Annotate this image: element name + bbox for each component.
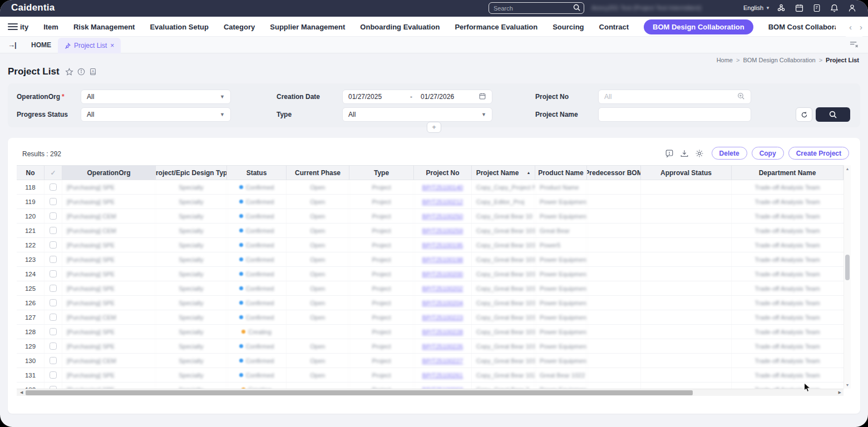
close-tab-icon[interactable]: × [110, 42, 114, 49]
language-selector[interactable]: English▼ [743, 4, 770, 11]
tab-project-list[interactable]: Project List × [58, 38, 121, 53]
row-checkbox[interactable] [50, 227, 57, 234]
favorite-star-icon[interactable] [65, 68, 73, 76]
project-no-link[interactable]: BP/T25100200 [422, 271, 463, 277]
horizontal-scrollbar[interactable]: ◀ ▶ [17, 389, 844, 396]
row-checkbox[interactable] [50, 198, 57, 205]
col-no[interactable]: No [17, 166, 45, 180]
table-row[interactable]: 128 [Purchasing] SPE Specialty Creating … [17, 325, 844, 339]
nav-item-category[interactable]: Category [224, 23, 255, 31]
table-row[interactable]: 132 [Purchasing] SPE Specialty Creating … [17, 383, 844, 389]
vertical-scrollbar[interactable]: ▲ ▼ [844, 165, 851, 389]
nav-scroll-left-icon[interactable]: ‹ [849, 22, 852, 32]
project-no-link[interactable]: BP/T25100250 [422, 213, 463, 220]
col-project-no[interactable]: Project No [414, 166, 472, 180]
row-checkbox[interactable] [50, 256, 57, 263]
search-button[interactable] [816, 107, 850, 122]
nav-item-item[interactable]: Item [43, 23, 58, 31]
delete-button[interactable]: Delete [712, 147, 747, 160]
project-no-link[interactable]: BP/T25100261 [422, 372, 463, 379]
row-checkbox[interactable] [50, 357, 57, 364]
scroll-up-icon[interactable]: ▲ [844, 167, 851, 171]
collapse-panel-icon[interactable]: →| [8, 41, 16, 49]
nav-item-supplier-management[interactable]: Supplier Management [270, 23, 345, 31]
project-no-link[interactable]: BP/T25100259 [422, 227, 463, 234]
project-name-field[interactable] [598, 107, 751, 122]
project-no-link[interactable]: BP/T25100204 [422, 300, 463, 306]
col-project-name[interactable]: Project Name▲ [472, 166, 535, 180]
creation-date-range[interactable]: 01/27/2025 - 01/27/2026 [342, 90, 492, 104]
reset-filters-button[interactable] [796, 107, 812, 122]
project-no-link[interactable]: BP/T25100195 [422, 242, 463, 249]
project-no-link[interactable]: BP/T25100202 [422, 285, 463, 292]
nav-item-evaluation-setup[interactable]: Evaluation Setup [150, 23, 208, 31]
table-row[interactable]: 120 [Purchasing] CEM Specialty Confirmed… [17, 209, 844, 224]
project-no-link[interactable]: BP/T25100226 [422, 343, 463, 350]
project-no-link[interactable]: BP/T25100223 [422, 314, 463, 321]
progress-status-select[interactable]: All▼ [81, 107, 231, 122]
project-no-link[interactable]: BP/T25100198 [422, 256, 463, 263]
close-all-tabs-icon[interactable] [849, 40, 859, 49]
tab-home[interactable]: HOME [31, 37, 51, 53]
table-row[interactable]: 127 [Purchasing] CEM Specialty Confirmed… [17, 310, 844, 325]
vertical-scroll-thumb[interactable] [845, 255, 850, 280]
calendar-icon[interactable] [795, 3, 804, 13]
row-checkbox[interactable] [50, 371, 57, 379]
col-design-type[interactable]: Project/Epic Design Type [156, 166, 227, 180]
nav-item-bom-cost-collaboration[interactable]: BOM Cost Collaboration [768, 23, 836, 31]
row-checkbox[interactable] [50, 342, 57, 350]
table-row[interactable]: 125 [Purchasing] SPE Specialty Confirmed… [17, 281, 844, 296]
search-icon[interactable] [573, 3, 580, 13]
project-no-field[interactable] [598, 90, 751, 104]
table-row[interactable]: 122 [Purchasing] SPE Specialty Confirmed… [17, 238, 844, 252]
col-type[interactable]: Type [349, 166, 414, 180]
col-department-name[interactable]: Department Name [732, 166, 844, 180]
row-checkbox[interactable] [50, 328, 57, 335]
row-checkbox[interactable] [50, 299, 57, 306]
col-predecessor-bom[interactable]: Predecessor BOM [587, 166, 641, 180]
nav-item-contract[interactable]: Contract [599, 23, 629, 31]
global-search[interactable] [489, 2, 584, 14]
table-row[interactable]: 119 [Purchasing] SPE Specialty Confirmed… [17, 195, 844, 209]
type-select[interactable]: All▼ [342, 107, 492, 122]
org-network-icon[interactable] [776, 3, 786, 13]
col-approval-status[interactable]: Approval Status [641, 166, 732, 180]
table-row[interactable]: 123 [Purchasing] SPE Specialty Confirmed… [17, 252, 844, 267]
col-select[interactable]: ✓ [45, 166, 62, 180]
info-icon[interactable] [77, 68, 85, 76]
col-product-name[interactable]: Product Name [535, 166, 587, 180]
table-row[interactable]: 131 [Purchasing] SPE Specialty Confirmed… [17, 368, 844, 383]
col-operation-org[interactable]: OperationOrg [62, 166, 156, 180]
nav-item-performance-evaluation[interactable]: Performance Evaluation [455, 23, 537, 31]
table-row[interactable]: 118 [Purchasing] SPE Specialty Confirmed… [17, 180, 844, 195]
project-no-link[interactable]: BP/T25100140 [422, 184, 463, 191]
table-row[interactable]: 121 [Purchasing] CEM Specialty Confirmed… [17, 224, 844, 238]
project-no-link[interactable]: BP/T25100227 [422, 358, 463, 364]
table-row[interactable]: 126 [Purchasing] SPE Specialty Confirmed… [17, 296, 844, 310]
breadcrumb-module[interactable]: BOM Design Collaboration [743, 57, 815, 63]
table-row[interactable]: 130 [Purchasing] CEM Specialty Confirmed… [17, 354, 844, 368]
nav-item-sourcing[interactable]: Sourcing [553, 23, 584, 31]
scroll-left-icon[interactable]: ◀ [20, 390, 23, 395]
project-no-input[interactable] [604, 93, 737, 101]
user-account-icon[interactable] [847, 3, 857, 13]
row-checkbox[interactable] [50, 241, 57, 249]
nav-item-onboarding-evaluation[interactable]: Onboarding Evaluation [360, 23, 440, 31]
search-plus-icon[interactable] [737, 92, 745, 102]
nav-item-bom-design-collaboration[interactable]: BOM Design Collaboration [644, 19, 753, 34]
project-name-input[interactable] [604, 111, 745, 118]
manual-book-icon[interactable]: A [89, 68, 97, 76]
global-search-input[interactable] [494, 5, 573, 12]
copy-button[interactable]: Copy [752, 147, 784, 160]
breadcrumb-home[interactable]: Home [717, 57, 733, 63]
download-icon[interactable] [680, 149, 689, 158]
nav-item-risk-management[interactable]: Risk Management [73, 23, 135, 31]
col-current-phase[interactable]: Current Phase [287, 166, 349, 180]
feedback-tooltip-icon[interactable] [665, 149, 674, 158]
row-checkbox[interactable] [50, 314, 57, 321]
notification-bell-icon[interactable] [830, 3, 839, 13]
nav-scroll-right-icon[interactable]: › [860, 22, 862, 32]
table-row[interactable]: 129 [Purchasing] SPE Specialty Confirmed… [17, 339, 844, 354]
nav-item-ity[interactable]: ity [20, 23, 28, 31]
row-checkbox[interactable] [50, 212, 57, 220]
